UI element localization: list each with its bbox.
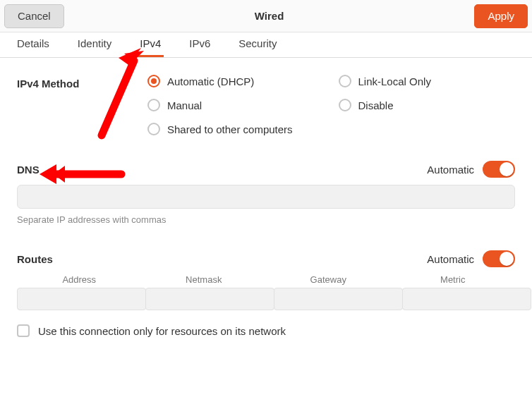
routes-columns: Address Netmask Gateway Metric [17,274,515,288]
radio-icon [339,75,351,87]
routes-header: Routes Automatic [17,250,515,267]
cancel-button[interactable]: Cancel [4,4,64,28]
radio-label: Manual [167,99,202,111]
radio-label: Automatic (DHCP) [167,75,254,87]
routes-col-netmask: Netmask [142,274,267,288]
routes-col-gateway: Gateway [266,274,391,288]
radio-label: Shared to other computers [167,123,293,135]
tab-security[interactable]: Security [236,32,279,57]
routes-col-metric: Metric [391,274,516,288]
content: IPv4 Method Automatic (DHCP) Link-Local … [0,58,532,346]
tab-ipv6[interactable]: IPv6 [186,32,213,57]
dns-automatic-label: Automatic [427,164,474,176]
radio-disable[interactable]: Disable [339,99,516,111]
route-gateway-input[interactable] [274,288,403,310]
checkbox-icon [17,324,30,337]
radio-icon [147,75,160,87]
routes-automatic-label: Automatic [427,253,474,265]
table-row [17,288,515,310]
routes-col-address: Address [17,274,142,288]
radio-manual[interactable]: Manual [147,99,325,111]
dns-automatic-group: Automatic [427,161,515,178]
routes-label: Routes [17,253,53,265]
radio-shared[interactable]: Shared to other computers [147,123,515,135]
switch-knob-icon [500,252,514,266]
dns-section: DNS Automatic Separate IP addresses with… [17,161,515,225]
routes-automatic-toggle[interactable] [483,250,515,267]
tab-identity[interactable]: Identity [75,32,114,57]
dns-input[interactable] [17,185,515,209]
route-address-input[interactable] [17,288,146,310]
radio-label: Disable [358,99,394,111]
ipv4-method-label: IPv4 Method [17,75,147,90]
ipv4-method-section: IPv4 Method Automatic (DHCP) Link-Local … [17,75,515,135]
radio-link-local-only[interactable]: Link-Local Only [339,75,516,87]
window-title: Wired [64,10,475,22]
ipv4-method-options: Automatic (DHCP) Link-Local Only Manual … [147,75,515,135]
route-metric-input[interactable] [402,288,531,310]
dns-label: DNS [17,164,40,176]
headerbar: Cancel Wired Apply [0,0,532,32]
route-netmask-input[interactable] [145,288,274,310]
routes-section: Routes Automatic Address Netmask Gateway… [17,250,515,337]
apply-button[interactable]: Apply [474,4,528,28]
tab-ipv4[interactable]: IPv4 [137,32,164,57]
dns-automatic-toggle[interactable] [483,161,515,178]
tab-details[interactable]: Details [14,32,52,57]
radio-icon [339,99,351,111]
tabbar: Details Identity IPv4 IPv6 Security [0,32,532,58]
radio-automatic-dhcp[interactable]: Automatic (DHCP) [147,75,325,87]
radio-label: Link-Local Only [358,75,431,87]
radio-icon [147,123,160,135]
switch-knob-icon [500,162,514,176]
use-only-for-resources-label: Use this connection only for resources o… [38,325,286,337]
use-only-for-resources-checkbox[interactable]: Use this connection only for resources o… [17,324,515,337]
dns-header: DNS Automatic [17,161,515,178]
dns-helper-text: Separate IP addresses with commas [17,214,515,225]
routes-automatic-group: Automatic [427,250,515,267]
radio-icon [147,99,160,111]
